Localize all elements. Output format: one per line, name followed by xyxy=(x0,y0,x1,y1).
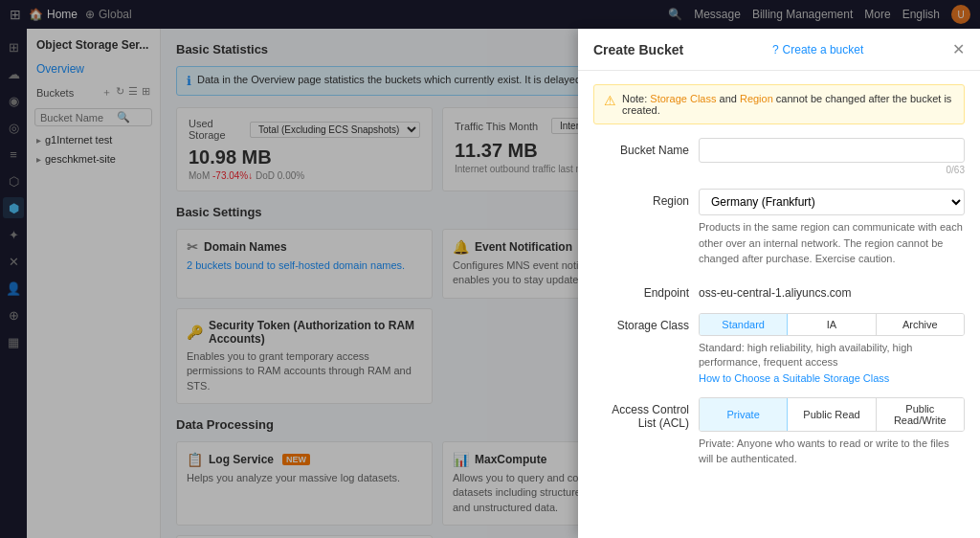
endpoint-value: oss-eu-central-1.aliyuncs.com xyxy=(699,280,965,300)
endpoint-control: oss-eu-central-1.aliyuncs.com xyxy=(699,280,965,300)
region-selector[interactable]: Germany (Frankfurt) xyxy=(699,189,965,215)
close-panel-button[interactable]: ✕ xyxy=(952,40,965,58)
acl-private-btn[interactable]: Private xyxy=(700,398,788,431)
endpoint-row: Endpoint oss-eu-central-1.aliyuncs.com xyxy=(593,280,965,300)
region-control: Germany (Frankfurt) Products in the same… xyxy=(699,189,965,267)
panel-title: Create Bucket xyxy=(593,42,683,57)
acl-group: Private Public Read Public Read/Write xyxy=(699,397,965,432)
acl-public-readwrite-btn[interactable]: Public Read/Write xyxy=(877,398,964,431)
endpoint-label: Endpoint xyxy=(593,280,699,300)
bucket-name-char-count: 0/63 xyxy=(699,165,965,175)
acl-desc: Private: Anyone who wants to read or wri… xyxy=(699,437,965,466)
help-label[interactable]: Create a bucket xyxy=(783,43,864,56)
acl-control: Private Public Read Public Read/Write Pr… xyxy=(699,397,965,466)
warning-note: Note: xyxy=(622,93,650,104)
acl-row: Access Control List (ACL) Private Public… xyxy=(593,397,965,466)
bucket-name-label: Bucket Name xyxy=(593,138,699,157)
storage-class-desc: Standard: high reliability, high availab… xyxy=(699,341,965,370)
warning-region: Region xyxy=(740,93,773,104)
region-label: Region xyxy=(593,189,699,208)
region-hint: Products in the same region can communic… xyxy=(699,219,965,267)
warning-icon: ⚠ xyxy=(604,93,616,116)
acl-label: Access Control List (ACL) xyxy=(593,397,699,430)
storage-class-group: Standard IA Archive xyxy=(699,313,965,336)
acl-public-read-btn[interactable]: Public Read xyxy=(788,398,876,431)
storage-ia-btn[interactable]: IA xyxy=(788,314,876,335)
storage-class-label: Storage Class xyxy=(593,313,699,332)
bucket-name-row: Bucket Name 0/63 xyxy=(593,138,965,175)
warning-storage-class: Storage Class xyxy=(650,93,716,104)
storage-class-control: Standard IA Archive Standard: high relia… xyxy=(699,313,965,385)
warning-box: ⚠ Note: Storage Class and Region cannot … xyxy=(593,84,965,124)
storage-archive-btn[interactable]: Archive xyxy=(877,314,964,335)
panel-body: ⚠ Note: Storage Class and Region cannot … xyxy=(578,71,980,538)
region-row: Region Germany (Frankfurt) Products in t… xyxy=(593,189,965,267)
panel-help-link[interactable]: ? Create a bucket xyxy=(772,43,863,56)
storage-class-row: Storage Class Standard IA Archive Standa… xyxy=(593,313,965,385)
storage-class-link[interactable]: How to Choose a Suitable Storage Class xyxy=(699,372,965,384)
panel-header: Create Bucket ? Create a bucket ✕ xyxy=(578,29,980,71)
create-bucket-panel: Create Bucket ? Create a bucket ✕ ⚠ Note… xyxy=(578,29,980,538)
help-icon: ? xyxy=(772,43,779,56)
bucket-name-field[interactable] xyxy=(699,138,965,163)
storage-standard-btn[interactable]: Standard xyxy=(700,314,788,335)
warning-and: and xyxy=(720,93,740,104)
bucket-name-control: 0/63 xyxy=(699,138,965,175)
warning-text: Note: Storage Class and Region cannot be… xyxy=(622,93,954,116)
